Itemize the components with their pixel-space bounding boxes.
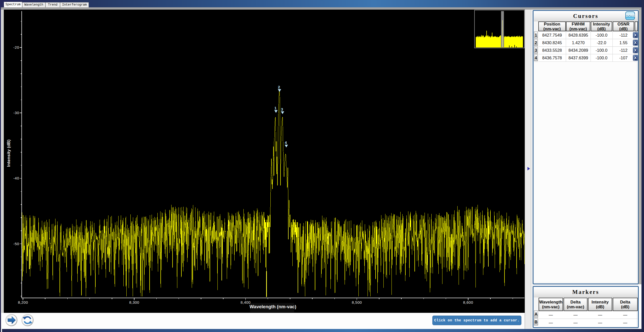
svg-text:Wavelength (nm-vac): Wavelength (nm-vac): [249, 304, 296, 309]
svg-text:3: 3: [281, 107, 283, 111]
svg-text:8,200: 8,200: [18, 300, 28, 304]
svg-text:8,300: 8,300: [129, 300, 139, 304]
svg-text:-20: -20: [13, 45, 19, 49]
svg-text:-50: -50: [13, 242, 19, 246]
svg-text:1: 1: [274, 106, 276, 110]
svg-text:2: 2: [278, 85, 280, 89]
svg-text:8,500: 8,500: [352, 300, 362, 304]
svg-text:8,600: 8,600: [463, 300, 473, 304]
svg-text:-30: -30: [13, 111, 19, 115]
svg-text:-40: -40: [13, 176, 19, 180]
svg-text:4: 4: [285, 140, 287, 145]
svg-text:Intensity (dB): Intensity (dB): [6, 140, 11, 167]
svg-text:8,400: 8,400: [240, 300, 250, 304]
